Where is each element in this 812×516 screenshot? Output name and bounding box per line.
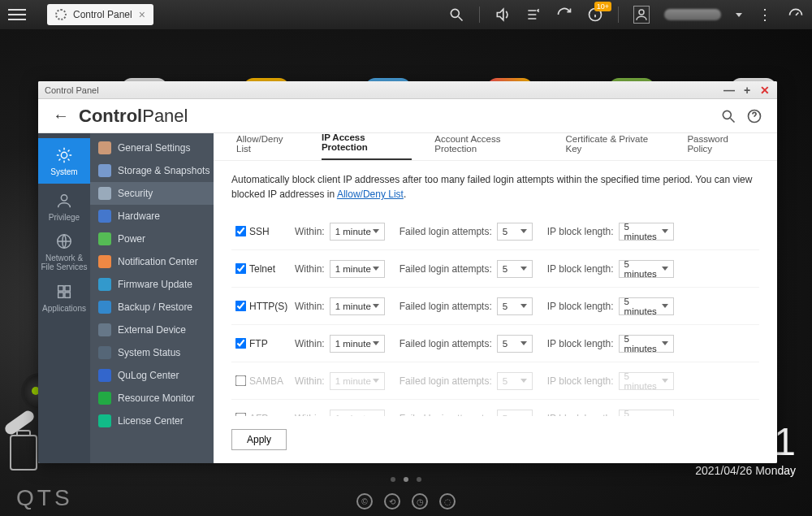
within-select[interactable]: 1 minute	[330, 260, 385, 278]
tasks-icon[interactable]	[525, 7, 542, 23]
allow-deny-link[interactable]: Allow/Deny List	[337, 189, 404, 200]
nav-primary-applications[interactable]: Applications	[38, 275, 90, 320]
task-tab-label: Control Panel	[73, 9, 132, 20]
nav-secondary-external-device[interactable]: External Device	[90, 319, 214, 341]
nav-primary-privilege[interactable]: Privilege	[38, 184, 90, 229]
nav-secondary-qulog-center[interactable]: QuLog Center	[90, 364, 214, 387]
protocol-row-ftp: FTPWithin:1 minuteFailed login attempts:…	[231, 325, 759, 362]
user-menu[interactable]	[633, 7, 650, 23]
refresh-icon[interactable]	[556, 7, 572, 23]
nav-item-icon	[98, 278, 111, 291]
tab-allow-deny-list[interactable]: Allow/Deny List	[236, 134, 299, 160]
volume-icon[interactable]	[495, 7, 511, 23]
protocol-name: SAMBA	[249, 375, 295, 387]
nav-item-label: License Center	[118, 415, 184, 427]
back-button[interactable]: ←	[53, 106, 69, 125]
nav-secondary-backup-restore[interactable]: Backup / Restore	[90, 296, 214, 319]
attempts-select: 5	[497, 372, 533, 390]
trash-icon[interactable]	[10, 435, 37, 470]
window-close-button[interactable]: ✕	[759, 85, 771, 96]
nav-secondary-storage-snapshots[interactable]: Storage & Snapshots	[90, 159, 214, 182]
attempts-select[interactable]: 5	[497, 260, 533, 278]
nav-item-icon	[98, 323, 111, 336]
nav-secondary-notification-center[interactable]: Notification Center	[90, 250, 214, 273]
nav-item-icon	[98, 141, 111, 154]
nav-secondary-system-status[interactable]: System Status	[90, 341, 214, 364]
nav-item-label: QuLog Center	[118, 370, 179, 381]
svg-line-7	[796, 13, 798, 15]
apply-button[interactable]: Apply	[231, 429, 287, 450]
nav-item-icon	[98, 346, 111, 359]
tab-certificate-private-key[interactable]: Certificate & Private Key	[565, 134, 664, 160]
tab-ip-access-protection[interactable]: IP Access Protection	[322, 133, 412, 160]
svg-point-6	[639, 10, 644, 15]
menu-icon[interactable]	[8, 6, 26, 24]
protocol-row-ssh: SSHWithin:1 minuteFailed login attempts:…	[231, 213, 759, 250]
block-select[interactable]: 5 minutes	[619, 260, 674, 278]
tab-account-access-protection[interactable]: Account Access Protection	[434, 134, 542, 160]
help-icon[interactable]	[746, 108, 762, 124]
protocol-checkbox[interactable]	[235, 263, 246, 275]
protocol-checkbox[interactable]	[235, 226, 246, 237]
nav-item-icon	[98, 301, 111, 314]
search-icon[interactable]	[720, 108, 736, 124]
block-label: IP block length:	[547, 375, 614, 387]
desktop-page-dots[interactable]	[0, 477, 812, 482]
protocol-checkbox[interactable]	[235, 338, 246, 349]
block-select: 5 minutes	[619, 410, 674, 417]
svg-line-1	[459, 17, 463, 21]
nav-secondary-resource-monitor[interactable]: Resource Monitor	[90, 387, 214, 410]
within-select[interactable]: 1 minute	[330, 335, 385, 353]
nav-secondary-power[interactable]: Power	[90, 228, 214, 250]
block-select[interactable]: 5 minutes	[619, 335, 674, 353]
within-select[interactable]: 1 minute	[330, 223, 385, 241]
protocol-checkbox[interactable]	[235, 413, 246, 416]
chevron-down-icon[interactable]	[736, 13, 742, 17]
nav-item-label: System Status	[118, 347, 180, 358]
nav-primary-network-file-services[interactable]: Network & File Services	[38, 229, 90, 275]
search-icon[interactable]	[448, 7, 464, 23]
attempts-select[interactable]: 5	[497, 297, 533, 315]
window-title: Control Panel	[45, 85, 723, 95]
nav-primary-system[interactable]: System	[38, 138, 90, 184]
dock-icon-2[interactable]: ⟲	[384, 493, 400, 509]
nav-item-icon	[98, 187, 111, 200]
svg-marker-2	[497, 9, 503, 20]
block-select[interactable]: 5 minutes	[619, 223, 674, 241]
nav-item-label: Security	[118, 188, 153, 199]
within-label: Within:	[295, 338, 325, 349]
block-select[interactable]: 5 minutes	[619, 297, 674, 315]
task-tab-control-panel[interactable]: Control Panel ×	[47, 4, 153, 25]
nav-item-label: Backup / Restore	[118, 301, 192, 313]
attempts-select[interactable]: 5	[497, 223, 533, 241]
window-minimize-button[interactable]: —	[723, 85, 735, 96]
nav-item-label: Power	[118, 233, 145, 245]
close-icon[interactable]: ×	[139, 8, 145, 21]
protocol-row-afp: AFPWithin:1 minuteFailed login attempts:…	[231, 400, 759, 416]
nav-secondary-general-settings[interactable]: General Settings	[90, 137, 214, 159]
info-icon[interactable]: 10+	[587, 7, 603, 23]
nav-label: Privilege	[49, 213, 80, 222]
dashboard-icon[interactable]	[788, 7, 804, 23]
svg-rect-16	[65, 285, 70, 290]
attempts-select[interactable]: 5	[497, 335, 533, 353]
dock-icon-1[interactable]: ©	[356, 493, 373, 509]
dock-icon-3[interactable]: ◷	[412, 493, 428, 509]
nav-secondary: General SettingsStorage & SnapshotsSecur…	[90, 133, 214, 463]
window-maximize-button[interactable]: +	[741, 85, 753, 96]
protocol-checkbox[interactable]	[235, 301, 246, 312]
avatar-icon	[633, 6, 650, 24]
window-titlebar[interactable]: Control Panel — + ✕	[38, 81, 777, 99]
nav-secondary-security[interactable]: Security	[90, 182, 214, 205]
within-select[interactable]: 1 minute	[330, 297, 385, 315]
svg-rect-15	[58, 285, 63, 290]
nav-secondary-hardware[interactable]: Hardware	[90, 205, 214, 228]
nav-secondary-license-center[interactable]: License Center	[90, 410, 214, 432]
dock: © ⟲ ◷ ◌	[0, 487, 812, 516]
tab-password-policy[interactable]: Password Policy	[687, 134, 754, 160]
dock-icon-4[interactable]: ◌	[439, 493, 456, 509]
nav-secondary-firmware-update[interactable]: Firmware Update	[90, 273, 214, 296]
protocol-checkbox[interactable]	[235, 375, 246, 387]
failed-label: Failed login attempts:	[400, 226, 492, 237]
more-icon[interactable]: ⋮	[757, 7, 773, 23]
